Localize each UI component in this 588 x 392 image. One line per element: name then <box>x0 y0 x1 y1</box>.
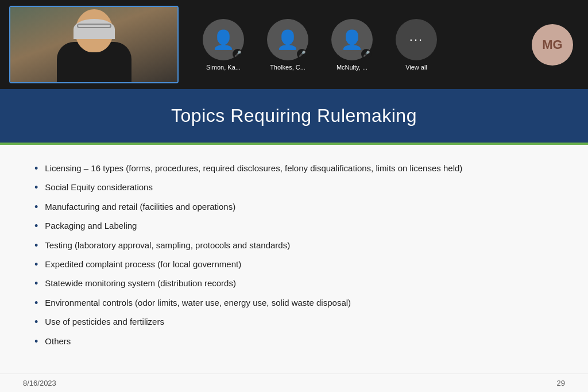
bullet-dot: • <box>34 239 38 252</box>
bullet-item: • Use of pesticides and fertilizers <box>34 316 554 329</box>
participant-mcnulty: 👤 🎤 McNulty, ... <box>323 19 381 71</box>
presenter-video-tile <box>9 6 179 83</box>
bullet-dot: • <box>34 181 38 194</box>
person-icon-mcnulty: 👤 <box>341 30 363 49</box>
view-all-tile[interactable]: ··· View all <box>388 19 445 71</box>
bullet-dot: • <box>34 162 38 175</box>
bullet-text: Others <box>45 335 71 347</box>
slide-footer: 8/16/2023 29 <box>0 374 588 392</box>
bullet-dot: • <box>34 277 38 290</box>
bullet-item: • Licensing – 16 types (forms, procedure… <box>34 162 554 175</box>
bullet-text: Licensing – 16 types (forms, procedures,… <box>45 162 462 174</box>
bullet-text: Packaging and Labeling <box>45 220 137 232</box>
slide-content: • Licensing – 16 types (forms, procedure… <box>0 145 588 374</box>
bullet-item: • Others <box>34 335 554 348</box>
bullet-text: Social Equity considerations <box>45 181 153 193</box>
top-bar: 👤 🎤 Simon, Ka... 👤 🎤 Tholkes, C... 👤 🎤 M… <box>0 0 588 89</box>
bullet-item: • Social Equity considerations <box>34 181 554 194</box>
bullet-dot: • <box>34 335 38 348</box>
bullet-dot: • <box>34 201 38 214</box>
person-icon-tholkes: 👤 <box>276 30 299 49</box>
slide-title: Topics Requiring Rulemaking <box>23 105 565 126</box>
participant-name-tholkes: Tholkes, C... <box>270 64 305 71</box>
bullet-dot: • <box>34 258 38 271</box>
bullet-item: • Expedited complaint process (for local… <box>34 258 554 271</box>
mg-avatar: MG <box>532 24 573 66</box>
bullet-dot: • <box>34 297 38 310</box>
participant-avatar-tholkes: 👤 🎤 <box>267 19 308 60</box>
mic-icon-simon: 🎤 <box>233 49 243 59</box>
bullet-item: • Manufacturing and retail (facilities a… <box>34 201 554 214</box>
slide-area: Topics Requiring Rulemaking • Licensing … <box>0 89 588 392</box>
participant-name-mcnulty: McNulty, ... <box>336 64 368 71</box>
participant-simon: 👤 🎤 Simon, Ka... <box>195 19 252 71</box>
bullet-dot: • <box>34 220 38 233</box>
bullet-text: Expedited complaint process (for local g… <box>45 258 241 270</box>
participant-avatar-simon: 👤 🎤 <box>203 19 244 60</box>
bullet-text: Environmental controls (odor limits, wat… <box>45 297 351 309</box>
bullet-text: Manufacturing and retail (facilities and… <box>45 201 235 213</box>
bullet-text: Statewide monitoring system (distributio… <box>45 277 236 289</box>
mic-icon-tholkes: 🎤 <box>297 49 307 59</box>
bullet-item: • Statewide monitoring system (distribut… <box>34 277 554 290</box>
person-icon-simon: 👤 <box>212 30 235 49</box>
bullet-dot: • <box>34 316 38 329</box>
slide-page-number: 29 <box>557 379 565 387</box>
bullet-list: • Licensing – 16 types (forms, procedure… <box>34 162 554 348</box>
mic-icon-mcnulty: 🎤 <box>361 49 372 59</box>
participants-area: 👤 🎤 Simon, Ka... 👤 🎤 Tholkes, C... 👤 🎤 M… <box>183 19 527 71</box>
view-all-label[interactable]: View all <box>405 64 427 71</box>
bullet-text: Testing (laboratory approval, sampling, … <box>45 239 290 251</box>
bullet-item: • Environmental controls (odor limits, w… <box>34 297 554 310</box>
bullet-text: Use of pesticides and fertilizers <box>45 316 164 328</box>
participant-avatar-mcnulty: 👤 🎤 <box>331 19 373 60</box>
mg-initials: MG <box>542 37 562 52</box>
more-button[interactable]: ··· <box>396 19 437 60</box>
slide-date: 8/16/2023 <box>23 379 56 387</box>
bullet-item: • Packaging and Labeling <box>34 220 554 233</box>
participant-tholkes: 👤 🎤 Tholkes, C... <box>259 19 316 71</box>
participant-name-simon: Simon, Ka... <box>206 64 241 71</box>
more-dots-icon: ··· <box>409 32 423 47</box>
bullet-item: • Testing (laboratory approval, sampling… <box>34 239 554 252</box>
slide-header: Topics Requiring Rulemaking <box>0 89 588 145</box>
